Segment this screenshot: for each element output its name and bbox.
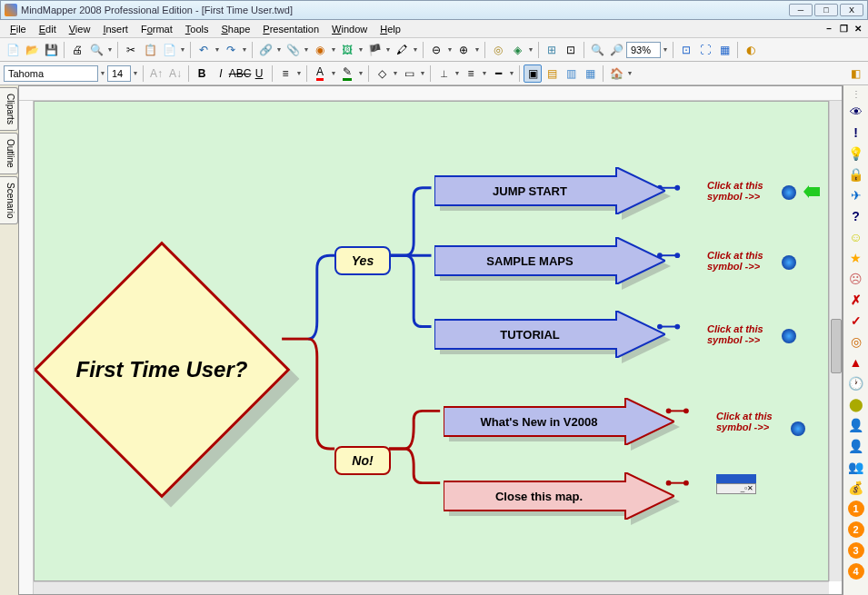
bold-icon[interactable]: B xyxy=(193,64,211,83)
grow-font-icon[interactable]: A↑ xyxy=(147,64,165,83)
help-icon[interactable]: ◐ xyxy=(742,41,760,59)
undo-icon[interactable]: ↶ xyxy=(195,41,213,59)
num1-icon[interactable]: 1 xyxy=(848,501,864,517)
dropdown-icon[interactable]: ▼ xyxy=(474,46,481,53)
hyperlink-icon[interactable]: 🔗 xyxy=(256,41,274,59)
menu-edit[interactable]: Edit xyxy=(33,22,63,36)
redo-icon[interactable]: ↷ xyxy=(222,41,240,59)
italic-icon[interactable]: I xyxy=(212,64,230,83)
check-red-icon[interactable]: ✓ xyxy=(848,312,864,329)
jump-start-node[interactable]: JUMP START xyxy=(434,167,671,220)
fontsize-combo[interactable]: 14 xyxy=(107,65,131,82)
yes-node[interactable]: Yes xyxy=(334,246,391,275)
dropdown-icon[interactable]: ▼ xyxy=(446,46,454,53)
minimize-button[interactable]: ─ xyxy=(789,4,813,16)
menu-window[interactable]: Window xyxy=(325,22,374,36)
mdi-close[interactable]: ✕ xyxy=(852,23,864,35)
dropdown-icon[interactable]: ▼ xyxy=(357,70,364,76)
num3-icon[interactable]: 3 xyxy=(848,542,864,559)
mdi-minimize[interactable]: – xyxy=(823,23,835,35)
mindmap-canvas[interactable]: First Time User? Yes No! JUMP START Clic… xyxy=(34,101,829,581)
person2-icon[interactable]: 👤 xyxy=(848,438,864,454)
open-icon[interactable]: 📂 xyxy=(23,41,41,59)
dropdown-icon[interactable]: ▼ xyxy=(481,70,488,76)
target-icon[interactable]: ◎ xyxy=(848,333,864,350)
dropdown-icon[interactable]: ▼ xyxy=(214,46,221,53)
fullscreen-icon[interactable]: ⛶ xyxy=(696,41,714,59)
line-style-icon[interactable]: ━ xyxy=(489,64,507,83)
dropdown-icon[interactable]: ▼ xyxy=(626,70,634,76)
tab-outline[interactable]: Outline xyxy=(0,133,18,174)
align-icon[interactable]: ≡ xyxy=(276,64,294,83)
maximize-button[interactable]: □ xyxy=(814,4,838,16)
x-red-icon[interactable]: ✗ xyxy=(848,292,864,308)
attachment-icon[interactable]: 📎 xyxy=(284,41,302,59)
font-color-icon[interactable]: A xyxy=(311,64,329,83)
star-icon[interactable]: ★ xyxy=(848,250,864,266)
dropdown-icon[interactable]: ▼ xyxy=(132,70,139,76)
close-map-node[interactable]: Close this map. xyxy=(444,472,680,525)
dropdown-icon[interactable]: ▼ xyxy=(241,46,248,53)
view4-icon[interactable]: ▦ xyxy=(581,64,599,83)
shrink-font-icon[interactable]: A↓ xyxy=(166,64,185,83)
paste-icon[interactable]: 📄 xyxy=(160,41,178,59)
pin-icon[interactable]: 🕐 xyxy=(848,375,864,392)
expand-icon[interactable]: ⊕ xyxy=(454,41,473,59)
smile-icon[interactable]: ☺ xyxy=(848,229,864,245)
dropdown-icon[interactable]: ▼ xyxy=(330,70,337,76)
no-node[interactable]: No! xyxy=(334,446,391,475)
clock-icon[interactable]: ⬤ xyxy=(848,396,864,412)
globe-icon[interactable] xyxy=(791,421,805,436)
connector-icon[interactable]: ⟂ xyxy=(434,64,453,83)
contract-icon[interactable]: ⊖ xyxy=(427,41,445,59)
dropdown-icon[interactable]: ▼ xyxy=(454,70,461,76)
dropdown-icon[interactable]: ▼ xyxy=(295,70,303,76)
close-button[interactable]: X xyxy=(840,4,863,16)
vertical-scrollbar[interactable] xyxy=(829,101,842,581)
dropdown-icon[interactable]: ▼ xyxy=(330,46,337,53)
lightbulb-icon[interactable]: 💡 xyxy=(848,145,864,162)
fill-color-icon[interactable]: ✎ xyxy=(338,64,356,83)
save-icon[interactable]: 💾 xyxy=(42,41,60,59)
zoom-combo[interactable]: 93% xyxy=(626,42,661,58)
line-width-icon[interactable]: ≡ xyxy=(462,64,480,83)
dropdown-icon[interactable]: ▼ xyxy=(662,46,669,53)
dropdown-icon[interactable]: ▼ xyxy=(419,70,426,76)
menu-view[interactable]: View xyxy=(63,22,97,36)
menu-format[interactable]: Format xyxy=(135,22,179,36)
dropdown-icon[interactable]: ▼ xyxy=(508,70,515,76)
dropdown-icon[interactable]: ▼ xyxy=(384,46,392,53)
sample-maps-node[interactable]: SAMPLE MAPS xyxy=(434,237,671,290)
eye-icon[interactable]: 👁 xyxy=(848,104,864,120)
dropdown-icon[interactable]: ▼ xyxy=(392,70,399,76)
zoom-in-icon[interactable]: 🔍 xyxy=(588,41,606,59)
dropdown-icon[interactable]: ▼ xyxy=(275,46,283,53)
sad-icon[interactable]: ☹ xyxy=(848,271,864,287)
image-icon[interactable]: 🖼 xyxy=(338,41,356,59)
exclaim-icon[interactable]: ! xyxy=(848,124,864,141)
zoom-out-icon[interactable]: 🔎 xyxy=(607,41,625,59)
money-icon[interactable]: 💰 xyxy=(848,480,864,496)
up-arrow-icon[interactable]: ▲ xyxy=(848,354,864,371)
num4-icon[interactable]: 4 xyxy=(848,563,864,580)
panel-toggle-icon[interactable]: ◧ xyxy=(846,64,864,83)
menu-presentation[interactable]: Presentation xyxy=(256,22,325,36)
horizontal-scrollbar[interactable] xyxy=(34,581,829,594)
layout-icon[interactable]: ⊞ xyxy=(543,41,561,59)
whats-new-node[interactable]: What's New in V2008 xyxy=(444,398,680,451)
menu-insert[interactable]: Insert xyxy=(96,22,135,36)
node-icon[interactable]: ◉ xyxy=(311,41,329,59)
menu-tools[interactable]: Tools xyxy=(179,22,215,36)
num2-icon[interactable]: 2 xyxy=(848,521,864,538)
shape-style-icon[interactable]: ◇ xyxy=(373,64,391,83)
focus-icon[interactable]: ◎ xyxy=(489,41,507,59)
copy-icon[interactable]: 📋 xyxy=(141,41,159,59)
view2-icon[interactable]: ▤ xyxy=(543,64,561,83)
underline-icon[interactable]: U xyxy=(250,64,268,83)
cut-icon[interactable]: ✂ xyxy=(122,41,140,59)
font-combo[interactable]: Tahoma xyxy=(4,65,98,82)
border-icon[interactable]: ▭ xyxy=(400,64,418,83)
dropdown-icon[interactable]: ▼ xyxy=(106,46,114,53)
strikethrough-icon[interactable]: ABC xyxy=(231,64,249,83)
dropdown-icon[interactable]: ▼ xyxy=(303,46,310,53)
